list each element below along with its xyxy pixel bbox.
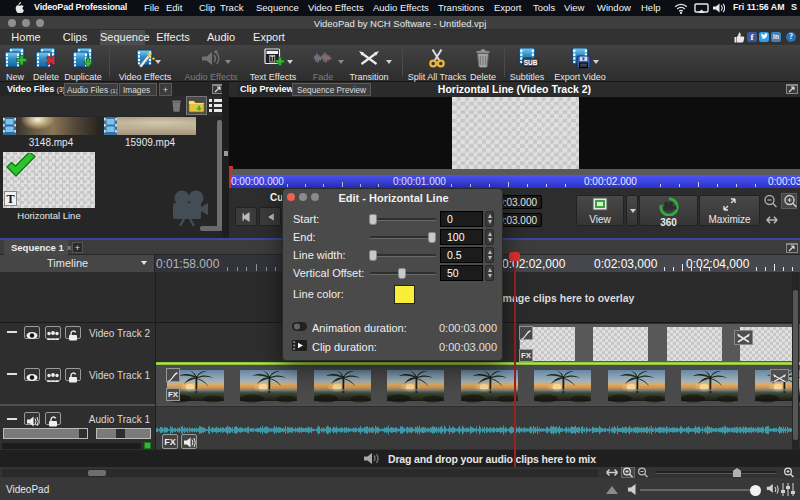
svg-text:SUB: SUB	[524, 59, 538, 66]
svg-text:T: T	[270, 55, 274, 62]
